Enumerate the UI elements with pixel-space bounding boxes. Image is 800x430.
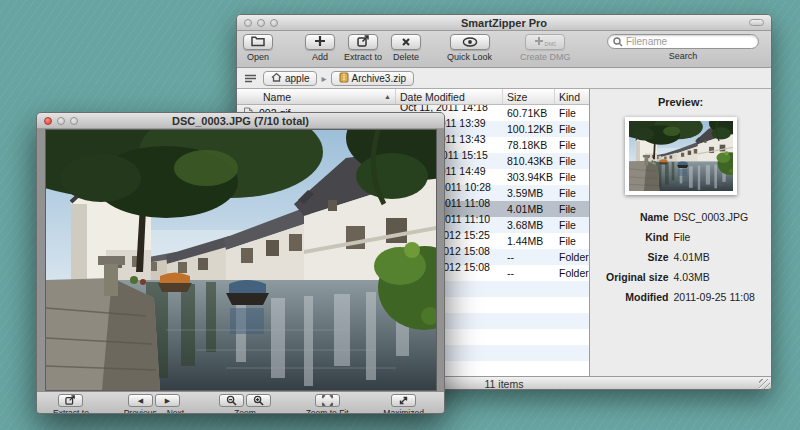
previous-button[interactable]: ◀ bbox=[128, 394, 153, 407]
main-titlebar[interactable]: SmartZipper Pro bbox=[237, 15, 771, 31]
main-toolbar: Open Add Extract to Delete Quick Look bbox=[237, 31, 771, 68]
column-header-size[interactable]: Size bbox=[503, 89, 555, 104]
next-button[interactable]: ▶ bbox=[155, 394, 180, 407]
right-arrow-icon: ▶ bbox=[165, 397, 170, 405]
eye-icon bbox=[462, 33, 478, 51]
cell-size: 3.68MB bbox=[503, 219, 555, 231]
photo-canvas bbox=[37, 129, 444, 391]
viewer-extract-to-button[interactable]: Extract to bbox=[53, 394, 89, 414]
minimize-button[interactable] bbox=[57, 117, 65, 125]
search-icon bbox=[613, 33, 623, 51]
open-button[interactable]: Open bbox=[243, 34, 273, 62]
cell-kind: File bbox=[555, 107, 589, 119]
cell-size: 810.43KB bbox=[503, 155, 555, 167]
preview-heading: Preview: bbox=[658, 96, 703, 108]
zoom-out-button[interactable] bbox=[219, 394, 244, 407]
cell-size: 100.12KB bbox=[503, 123, 555, 135]
viewer-titlebar[interactable]: DSC_0003.JPG (7/10 total) bbox=[37, 113, 444, 129]
export-icon bbox=[357, 33, 370, 51]
cell-kind: File bbox=[555, 139, 589, 151]
table-header: Name ▲ Date Modified Size Kind bbox=[237, 89, 589, 105]
zoom-button[interactable] bbox=[70, 117, 78, 125]
delete-button[interactable]: Delete bbox=[391, 34, 421, 62]
column-header-name[interactable]: Name ▲ bbox=[237, 89, 396, 104]
minimize-button[interactable] bbox=[257, 19, 265, 27]
viewer-window-controls bbox=[44, 117, 78, 125]
cell-size: 60.71KB bbox=[503, 107, 555, 119]
list-view-icon[interactable] bbox=[244, 69, 257, 87]
zoom-in-icon bbox=[253, 395, 264, 407]
svg-text:DMG: DMG bbox=[545, 41, 557, 47]
breadcrumb-item-archive[interactable]: Archive3.zip bbox=[331, 71, 414, 86]
window-controls bbox=[244, 19, 278, 27]
extract-to-button[interactable]: Extract to bbox=[344, 34, 382, 62]
zoom-button[interactable] bbox=[270, 19, 278, 27]
cell-kind: File bbox=[555, 123, 589, 135]
cell-size: 1.44MB bbox=[503, 235, 555, 247]
viewer-window-title: DSC_0003.JPG (7/10 total) bbox=[37, 115, 444, 127]
left-arrow-icon: ◀ bbox=[138, 397, 143, 405]
toolbar-toggle-button[interactable] bbox=[749, 19, 764, 26]
viewer-toolbar: Extract to ◀ ▶ Previous Next Zoom bbox=[37, 391, 444, 414]
item-count: 11 items bbox=[485, 378, 524, 390]
chevron-right-icon: ▸ bbox=[321, 73, 326, 84]
export-icon bbox=[65, 395, 76, 406]
cell-kind: Folder bbox=[555, 251, 589, 263]
zip-icon bbox=[339, 72, 349, 85]
search-input[interactable] bbox=[626, 36, 746, 47]
zoom-in-button[interactable] bbox=[246, 394, 271, 407]
cell-kind: File bbox=[555, 203, 589, 215]
cell-kind: File bbox=[555, 235, 589, 247]
zoom-group: Zoom bbox=[219, 394, 271, 414]
fit-frame-icon bbox=[322, 395, 333, 407]
cell-size: 78.18KB bbox=[503, 139, 555, 151]
prev-next-group: ◀ ▶ Previous Next bbox=[124, 394, 185, 414]
cell-size: -- bbox=[503, 251, 555, 263]
diagonal-resize-icon bbox=[398, 395, 409, 407]
column-header-kind[interactable]: Kind bbox=[555, 89, 589, 104]
preview-original-size-value: 4.03MB bbox=[674, 271, 755, 283]
cell-size: 3.59MB bbox=[503, 187, 555, 199]
breadcrumb: apple ▸ Archive3.zip bbox=[237, 68, 771, 89]
zoom-out-icon bbox=[226, 395, 237, 407]
column-header-date[interactable]: Date Modified bbox=[396, 89, 503, 104]
preview-name-value: DSC_0003.JPG bbox=[674, 211, 755, 223]
cell-kind: File bbox=[555, 155, 589, 167]
close-button[interactable] bbox=[44, 117, 52, 125]
search-field[interactable] bbox=[607, 34, 759, 49]
plus-icon bbox=[314, 33, 326, 51]
folder-icon bbox=[251, 33, 265, 51]
preview-modified-value: 2011-09-25 11:08 bbox=[674, 291, 755, 303]
cell-kind: File bbox=[555, 171, 589, 183]
cell-kind: Folder bbox=[555, 267, 589, 279]
cell-size: -- bbox=[503, 267, 555, 279]
quick-look-button[interactable]: Quick Look bbox=[447, 34, 492, 62]
breadcrumb-item-apple[interactable]: apple bbox=[263, 71, 317, 86]
home-icon bbox=[271, 72, 282, 84]
cell-kind: File bbox=[555, 219, 589, 231]
sort-asc-icon: ▲ bbox=[384, 93, 391, 100]
preview-thumbnail bbox=[625, 117, 737, 195]
preview-panel: Preview: Name DSC_0003.JPG Kind File Siz… bbox=[589, 89, 771, 376]
cell-size: 303.94KB bbox=[503, 171, 555, 183]
main-window-title: SmartZipper Pro bbox=[237, 17, 771, 29]
add-button[interactable]: Add bbox=[305, 34, 335, 62]
cell-kind: File bbox=[555, 187, 589, 199]
zoom-to-fit-button[interactable]: Zoom to Fit bbox=[306, 394, 349, 414]
preview-kind-value: File bbox=[674, 231, 755, 243]
plus-dmg-icon: DMG bbox=[534, 33, 556, 51]
image-viewer-window: DSC_0003.JPG (7/10 total) Extract to ◀ ▶… bbox=[36, 112, 445, 414]
close-button[interactable] bbox=[244, 19, 252, 27]
cell-size: 4.01MB bbox=[503, 203, 555, 215]
resize-grip[interactable] bbox=[759, 379, 770, 390]
close-icon bbox=[401, 33, 411, 51]
preview-fields: Name DSC_0003.JPG Kind File Size 4.01MB … bbox=[606, 211, 755, 303]
preview-size-value: 4.01MB bbox=[674, 251, 755, 263]
search-area: Search bbox=[607, 34, 759, 61]
maximized-button[interactable]: Maximized bbox=[383, 394, 424, 414]
create-dmg-button[interactable]: DMG Create DMG bbox=[520, 34, 571, 62]
